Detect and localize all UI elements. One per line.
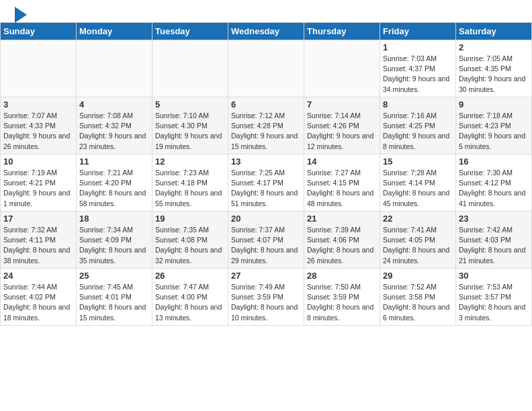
day-number: 25: [79, 271, 149, 281]
day-info: Sunrise: 7:25 AM Sunset: 4:17 PM Dayligh…: [231, 168, 301, 209]
calendar-day-cell: 24Sunrise: 7:44 AM Sunset: 4:02 PM Dayli…: [1, 269, 77, 326]
calendar-day-cell: [228, 40, 304, 97]
calendar-week-row: 3Sunrise: 7:07 AM Sunset: 4:33 PM Daylig…: [1, 97, 532, 154]
calendar-week-row: 1Sunrise: 7:03 AM Sunset: 4:37 PM Daylig…: [1, 40, 532, 97]
calendar-day-cell: 12Sunrise: 7:23 AM Sunset: 4:18 PM Dayli…: [152, 154, 228, 212]
day-number: 5: [155, 99, 225, 109]
calendar-week-row: 10Sunrise: 7:19 AM Sunset: 4:21 PM Dayli…: [1, 154, 532, 212]
calendar-day-cell: 4Sunrise: 7:08 AM Sunset: 4:32 PM Daylig…: [77, 97, 152, 154]
calendar-day-cell: [77, 40, 152, 97]
calendar-day-cell: [152, 40, 228, 97]
calendar-day-cell: 25Sunrise: 7:45 AM Sunset: 4:01 PM Dayli…: [77, 269, 152, 326]
calendar-day-cell: 19Sunrise: 7:35 AM Sunset: 4:08 PM Dayli…: [152, 212, 228, 269]
calendar-day-cell: [304, 40, 380, 97]
day-info: Sunrise: 7:19 AM Sunset: 4:21 PM Dayligh…: [3, 168, 73, 209]
calendar-day-cell: 21Sunrise: 7:39 AM Sunset: 4:06 PM Dayli…: [304, 212, 380, 269]
calendar-week-row: 24Sunrise: 7:44 AM Sunset: 4:02 PM Dayli…: [1, 269, 532, 326]
day-number: 29: [383, 271, 453, 281]
day-info: Sunrise: 7:34 AM Sunset: 4:09 PM Dayligh…: [79, 225, 149, 266]
calendar-day-cell: 26Sunrise: 7:47 AM Sunset: 4:00 PM Dayli…: [152, 269, 228, 326]
day-number: 4: [79, 99, 149, 109]
day-info: Sunrise: 7:45 AM Sunset: 4:01 PM Dayligh…: [79, 282, 149, 323]
day-info: Sunrise: 7:37 AM Sunset: 4:07 PM Dayligh…: [231, 225, 301, 266]
calendar-day-cell: 2Sunrise: 7:05 AM Sunset: 4:35 PM Daylig…: [456, 40, 532, 97]
day-number: 17: [3, 214, 73, 224]
calendar-day-cell: 8Sunrise: 7:16 AM Sunset: 4:25 PM Daylig…: [380, 97, 456, 154]
day-info: Sunrise: 7:52 AM Sunset: 3:58 PM Dayligh…: [383, 282, 453, 323]
calendar-day-cell: 9Sunrise: 7:18 AM Sunset: 4:23 PM Daylig…: [456, 97, 532, 154]
calendar: SundayMondayTuesdayWednesdayThursdayFrid…: [0, 22, 532, 326]
calendar-day-cell: 16Sunrise: 7:30 AM Sunset: 4:12 PM Dayli…: [456, 154, 532, 212]
calendar-day-cell: 27Sunrise: 7:49 AM Sunset: 3:59 PM Dayli…: [228, 269, 304, 326]
day-number: 19: [155, 214, 225, 224]
calendar-day-cell: 7Sunrise: 7:14 AM Sunset: 4:26 PM Daylig…: [304, 97, 380, 154]
day-number: 3: [3, 99, 73, 109]
day-number: 30: [459, 271, 529, 281]
calendar-day-cell: 29Sunrise: 7:52 AM Sunset: 3:58 PM Dayli…: [380, 269, 456, 326]
logo-arrow-icon: [15, 7, 27, 23]
calendar-day-cell: 13Sunrise: 7:25 AM Sunset: 4:17 PM Dayli…: [228, 154, 304, 212]
day-info: Sunrise: 7:12 AM Sunset: 4:28 PM Dayligh…: [231, 111, 301, 152]
day-number: 12: [155, 156, 225, 167]
calendar-day-cell: 1Sunrise: 7:03 AM Sunset: 4:37 PM Daylig…: [380, 40, 456, 97]
calendar-header-row: SundayMondayTuesdayWednesdayThursdayFrid…: [1, 23, 532, 40]
calendar-header-thursday: Thursday: [304, 23, 380, 40]
day-number: 20: [231, 214, 301, 224]
day-info: Sunrise: 7:10 AM Sunset: 4:30 PM Dayligh…: [155, 111, 225, 152]
calendar-day-cell: 23Sunrise: 7:42 AM Sunset: 4:03 PM Dayli…: [456, 212, 532, 269]
calendar-day-cell: 14Sunrise: 7:27 AM Sunset: 4:15 PM Dayli…: [304, 154, 380, 212]
day-number: 11: [79, 156, 149, 167]
day-info: Sunrise: 7:14 AM Sunset: 4:26 PM Dayligh…: [307, 111, 377, 152]
day-info: Sunrise: 7:39 AM Sunset: 4:06 PM Dayligh…: [307, 225, 377, 266]
day-number: 18: [79, 214, 149, 224]
calendar-header-wednesday: Wednesday: [228, 23, 304, 40]
day-number: 21: [307, 214, 377, 224]
calendar-header-sunday: Sunday: [1, 23, 77, 40]
day-number: 1: [383, 42, 453, 52]
calendar-day-cell: [1, 40, 77, 97]
day-number: 27: [231, 271, 301, 281]
day-number: 2: [459, 42, 529, 52]
day-number: 22: [383, 214, 453, 224]
day-info: Sunrise: 7:44 AM Sunset: 4:02 PM Dayligh…: [3, 282, 73, 323]
day-number: 24: [3, 271, 73, 281]
logo: [13, 7, 27, 19]
calendar-day-cell: 22Sunrise: 7:41 AM Sunset: 4:05 PM Dayli…: [380, 212, 456, 269]
calendar-header-saturday: Saturday: [456, 23, 532, 40]
day-info: Sunrise: 7:53 AM Sunset: 3:57 PM Dayligh…: [459, 282, 529, 323]
day-info: Sunrise: 7:41 AM Sunset: 4:05 PM Dayligh…: [383, 225, 453, 266]
day-number: 8: [383, 99, 453, 109]
day-number: 6: [231, 99, 301, 109]
day-info: Sunrise: 7:47 AM Sunset: 4:00 PM Dayligh…: [155, 282, 225, 323]
day-info: Sunrise: 7:32 AM Sunset: 4:11 PM Dayligh…: [3, 225, 73, 266]
calendar-day-cell: 30Sunrise: 7:53 AM Sunset: 3:57 PM Dayli…: [456, 269, 532, 326]
calendar-day-cell: 15Sunrise: 7:28 AM Sunset: 4:14 PM Dayli…: [380, 154, 456, 212]
day-number: 26: [155, 271, 225, 281]
day-info: Sunrise: 7:35 AM Sunset: 4:08 PM Dayligh…: [155, 225, 225, 266]
day-number: 14: [307, 156, 377, 167]
day-info: Sunrise: 7:16 AM Sunset: 4:25 PM Dayligh…: [383, 111, 453, 152]
day-info: Sunrise: 7:49 AM Sunset: 3:59 PM Dayligh…: [231, 282, 301, 323]
day-number: 10: [3, 156, 73, 167]
day-number: 15: [383, 156, 453, 167]
day-info: Sunrise: 7:50 AM Sunset: 3:59 PM Dayligh…: [307, 282, 377, 323]
day-number: 7: [307, 99, 377, 109]
calendar-header-tuesday: Tuesday: [152, 23, 228, 40]
day-number: 28: [307, 271, 377, 281]
calendar-day-cell: 18Sunrise: 7:34 AM Sunset: 4:09 PM Dayli…: [77, 212, 152, 269]
calendar-week-row: 17Sunrise: 7:32 AM Sunset: 4:11 PM Dayli…: [1, 212, 532, 269]
calendar-day-cell: 3Sunrise: 7:07 AM Sunset: 4:33 PM Daylig…: [1, 97, 77, 154]
calendar-day-cell: 6Sunrise: 7:12 AM Sunset: 4:28 PM Daylig…: [228, 97, 304, 154]
day-info: Sunrise: 7:27 AM Sunset: 4:15 PM Dayligh…: [307, 168, 377, 209]
calendar-day-cell: 20Sunrise: 7:37 AM Sunset: 4:07 PM Dayli…: [228, 212, 304, 269]
day-info: Sunrise: 7:28 AM Sunset: 4:14 PM Dayligh…: [383, 168, 453, 209]
calendar-day-cell: 28Sunrise: 7:50 AM Sunset: 3:59 PM Dayli…: [304, 269, 380, 326]
calendar-day-cell: 10Sunrise: 7:19 AM Sunset: 4:21 PM Dayli…: [1, 154, 77, 212]
day-info: Sunrise: 7:42 AM Sunset: 4:03 PM Dayligh…: [459, 225, 529, 266]
day-number: 16: [459, 156, 529, 167]
calendar-day-cell: 17Sunrise: 7:32 AM Sunset: 4:11 PM Dayli…: [1, 212, 77, 269]
day-number: 9: [459, 99, 529, 109]
day-info: Sunrise: 7:08 AM Sunset: 4:32 PM Dayligh…: [79, 111, 149, 152]
calendar-day-cell: 5Sunrise: 7:10 AM Sunset: 4:30 PM Daylig…: [152, 97, 228, 154]
day-info: Sunrise: 7:07 AM Sunset: 4:33 PM Dayligh…: [3, 111, 73, 152]
